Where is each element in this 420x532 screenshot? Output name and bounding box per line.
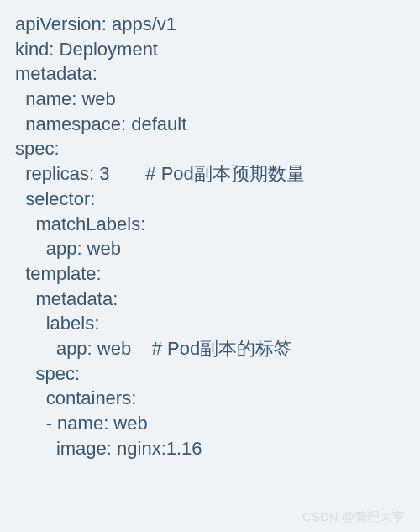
code-line: image: nginx:1.16 — [15, 436, 405, 461]
code-line: name: web — [15, 87, 405, 112]
code-line: namespace: default — [15, 112, 405, 137]
code-line: metadata: — [15, 287, 405, 312]
code-line: app: web # Pod副本的标签 — [15, 336, 405, 361]
code-line: kind: Deployment — [15, 37, 405, 62]
code-line: - name: web — [15, 411, 405, 436]
code-line: template: — [15, 261, 405, 287]
code-line: containers: — [15, 386, 405, 411]
watermark-text: CSDN @管理大亨 — [302, 508, 405, 525]
code-line: labels: — [15, 311, 405, 336]
code-line: metadata: — [15, 61, 405, 87]
code-line: apiVersion: apps/v1 — [15, 12, 405, 37]
code-line: matchLabels: — [15, 212, 405, 237]
code-line: selector: — [15, 187, 405, 212]
code-line: spec: — [15, 136, 405, 161]
code-block: apiVersion: apps/v1 kind: Deployment met… — [15, 12, 405, 461]
code-line: replicas: 3 # Pod副本预期数量 — [15, 161, 405, 187]
code-line: app: web — [15, 236, 405, 261]
code-line: spec: — [15, 361, 405, 387]
